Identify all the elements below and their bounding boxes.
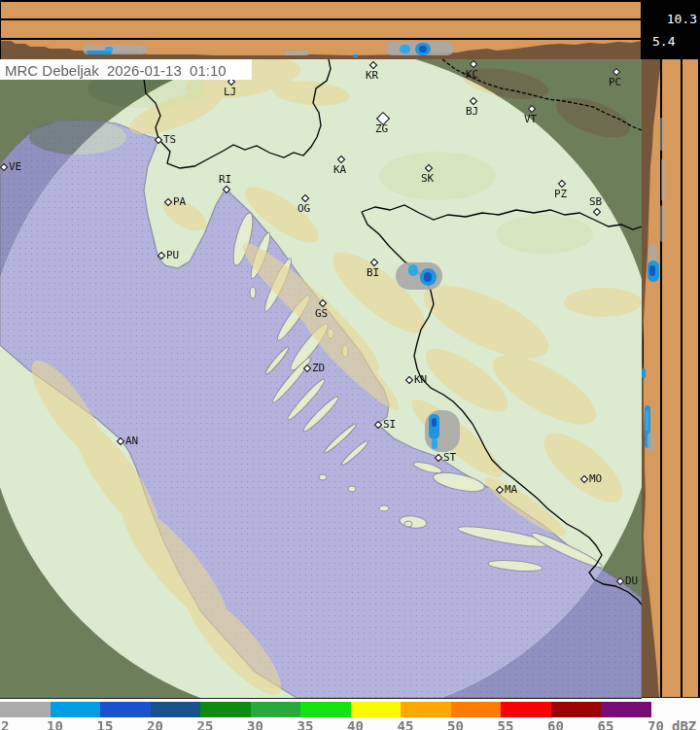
scale-segment-65-70 [601,702,651,717]
radar-echo [432,438,438,449]
scale-segment-30-35 [251,702,301,717]
scale-tick-45: 45 [398,718,414,730]
height-label-upper: 10.3 [667,13,697,25]
scale-tick-60: 60 [547,718,564,730]
scale-segment-20-25 [151,702,201,717]
radar-echo [353,54,358,57]
scale-segment-45-50 [401,702,451,717]
scale-segment-50-55 [451,702,502,717]
scale-segment-15-20 [100,702,151,717]
reflectivity-scale: dBZ 210152025303540455055606570 [0,699,700,730]
scale-tick-25: 25 [197,718,214,730]
radar-echo [646,411,648,431]
scale-tick-50: 50 [447,718,464,730]
radar-echo [408,264,418,276]
scale-tick-70: 70 [648,718,664,730]
scale-tick-20: 20 [147,718,163,730]
scale-segment-10-15 [51,702,101,717]
cross-section-right [642,59,700,698]
scale-tick-30: 30 [247,718,263,730]
radar-app-window: VETSLJKRKCPCZGBJVTKASKPZSBRIPAOGPUBIGSZD… [0,0,700,730]
radar-map: VETSLJKRKCPCZGBJVTKASKPZSBRIPAOGPUBIGSZD… [0,59,642,699]
scale-tick-labels: dBZ 210152025303540455055606570 [0,718,700,730]
radar-echo [649,265,655,276]
map-graphic [0,59,642,698]
radar-echo [642,368,646,378]
radar-echo [424,272,432,282]
scale-tick-55: 55 [498,718,514,730]
radar-echo [105,47,113,52]
radar-echo [285,51,308,55]
radar-echo [400,45,410,53]
scale-tick-35: 35 [298,718,314,730]
terrain-profile-right [642,59,700,698]
scale-tick-40: 40 [347,718,364,730]
title-bar: MRC Debeljak 2026-01-13 01:10 [0,59,252,80]
scale-segment-2-10 [0,702,51,717]
map-inside-radar-range [0,59,642,698]
scale-tick-2: 2 [1,718,9,730]
scale-segment-55-60 [501,702,551,717]
radar-echo [648,433,654,452]
height-label-lower: 5.4 [652,35,675,48]
station-title: MRC Debeljak 2026-01-13 01:10 [5,62,227,79]
cross-section-top [0,0,641,59]
radar-echo [661,158,666,201]
scale-unit-label: dBZ [672,718,696,730]
scale-segment-35-40 [300,702,351,717]
scale-segment-40-45 [351,702,402,717]
radar-echo [659,118,664,151]
scale-segment-25-30 [200,702,251,717]
scale-color-bar [0,702,651,717]
radar-echo [432,418,437,427]
scale-tick-10: 10 [47,718,63,730]
height-scale-box: 10.3 5.4 [641,0,700,59]
scale-tick-65: 65 [598,718,614,730]
scale-segment-60-65 [551,702,602,717]
scale-tick-15: 15 [97,718,114,730]
radar-echo [419,46,427,52]
radar-echo [660,205,665,242]
